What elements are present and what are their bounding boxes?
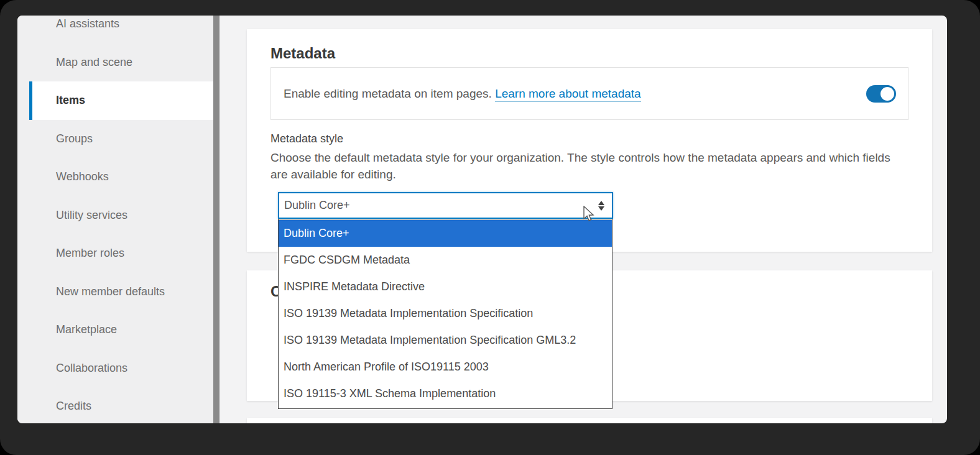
metadata-style-dropdown: Dublin Core+ FGDC CSDGM Metadata INSPIRE… <box>278 219 612 409</box>
metadata-style-description: Choose the default metadata style for yo… <box>270 149 897 183</box>
learn-more-metadata-link[interactable]: Learn more about metadata <box>495 87 641 102</box>
sidebar-item-label: Groups <box>56 132 93 145</box>
main-panel: Metadata Enable editing metadata on item… <box>220 16 947 423</box>
sidebar-item-label: Collaborations <box>56 362 127 375</box>
sidebar-item-label: Map and scene <box>56 56 132 69</box>
dropdown-option-iso-19115-3[interactable]: ISO 19115-3 XML Schema Implementation <box>279 380 612 407</box>
enable-metadata-row: Enable editing metadata on item pages. L… <box>270 67 908 120</box>
sidebar-item-groups[interactable]: Groups <box>17 120 213 159</box>
sidebar-item-label: Items <box>56 94 85 107</box>
sidebar-item-map-and-scene[interactable]: Map and scene <box>17 44 213 82</box>
enable-metadata-toggle[interactable] <box>866 85 895 103</box>
sidebar-item-label: Webhooks <box>56 170 109 183</box>
sidebar-item-ai-assistants[interactable]: AI assistants <box>17 16 213 44</box>
dropdown-option-nap-iso19115[interactable]: North American Profile of ISO19115 2003 <box>279 354 612 380</box>
dropdown-option-iso-19139[interactable]: ISO 19139 Metadata Implementation Specif… <box>279 300 612 327</box>
sidebar-scrollbar[interactable] <box>213 16 220 423</box>
sidebar-item-credits[interactable]: Credits <box>17 387 213 423</box>
mouse-cursor-icon <box>583 206 598 223</box>
third-section-card <box>247 418 932 423</box>
sidebar-item-label: AI assistants <box>56 17 119 30</box>
dropdown-option-iso-19139-gml[interactable]: ISO 19139 Metadata Implementation Specif… <box>279 327 612 354</box>
metadata-style-select-value: Dublin Core+ <box>284 199 350 212</box>
dropdown-option-fgdc-csdgm[interactable]: FGDC CSDGM Metadata <box>279 247 612 273</box>
sidebar-item-label: New member defaults <box>56 285 165 298</box>
metadata-style-select[interactable]: Dublin Core+ <box>278 192 613 219</box>
dropdown-option-dublin-core[interactable]: Dublin Core+ <box>279 220 612 247</box>
sidebar-item-label: Utility services <box>56 209 127 222</box>
app-window: AI assistants Map and scene Items Groups… <box>0 0 980 455</box>
metadata-section-title: Metadata <box>270 45 908 62</box>
sidebar-item-items[interactable]: Items <box>29 81 213 120</box>
enable-metadata-label: Enable editing metadata on item pages. <box>284 87 495 100</box>
sidebar-item-webhooks[interactable]: Webhooks <box>17 158 213 196</box>
settings-page: AI assistants Map and scene Items Groups… <box>17 16 947 423</box>
sidebar-item-new-member-defaults[interactable]: New member defaults <box>17 273 213 311</box>
enable-metadata-text: Enable editing metadata on item pages. L… <box>284 87 641 101</box>
dropdown-option-inspire[interactable]: INSPIRE Metadata Directive <box>279 273 612 300</box>
sidebar-item-collaborations[interactable]: Collaborations <box>17 349 213 388</box>
select-updown-icon <box>598 201 604 211</box>
sidebar-item-label: Credits <box>56 400 91 413</box>
metadata-style-label: Metadata style <box>270 132 908 145</box>
settings-sidebar: AI assistants Map and scene Items Groups… <box>17 16 213 423</box>
sidebar-item-utility-services[interactable]: Utility services <box>17 196 213 235</box>
sidebar-nav-list: AI assistants Map and scene Items Groups… <box>17 16 213 423</box>
sidebar-item-member-roles[interactable]: Member roles <box>17 234 213 273</box>
sidebar-item-label: Member roles <box>56 247 124 260</box>
sidebar-item-marketplace[interactable]: Marketplace <box>17 311 213 349</box>
sidebar-item-label: Marketplace <box>56 323 117 336</box>
toggle-knob <box>879 85 896 103</box>
